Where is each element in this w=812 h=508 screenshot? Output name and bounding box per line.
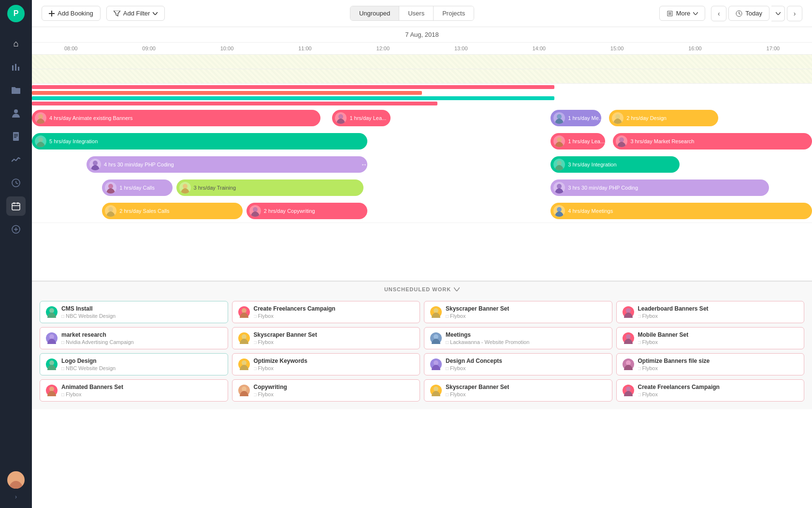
time-1000: 10:00 bbox=[188, 45, 266, 51]
task-copywriting[interactable]: 2 hrs/day Copywriting bbox=[246, 203, 367, 219]
unscheduled-item-meetings[interactable]: Meetings □ Lackawanna - Website Promotio… bbox=[424, 327, 612, 349]
unscheduled-header[interactable]: UNSCHEDULED WORK bbox=[32, 282, 812, 297]
sidebar-item-clock[interactable] bbox=[6, 173, 26, 193]
svg-point-46 bbox=[242, 360, 246, 365]
svg-rect-4 bbox=[13, 132, 19, 141]
capacity-bar-red-3 bbox=[32, 102, 437, 105]
svg-line-10 bbox=[16, 183, 18, 184]
task-lea-2[interactable]: 1 hrs/day Lea... bbox=[551, 133, 605, 149]
svg-point-44 bbox=[626, 334, 631, 339]
unscheduled-item-create-freelancers-2[interactable]: Create Freelancers Campaign □ Flybox bbox=[616, 379, 805, 402]
add-filter-button[interactable]: Add Filter bbox=[106, 6, 165, 21]
capacity-bar-red-1 bbox=[32, 85, 554, 89]
svg-point-26 bbox=[38, 137, 43, 142]
unscheduled-item-optimize-banners[interactable]: Optimize Banners file size □ Flybox bbox=[616, 353, 805, 375]
svg-point-29 bbox=[93, 161, 98, 165]
svg-point-28 bbox=[619, 137, 624, 142]
unscheduled-item-skyscraper-1[interactable]: Skyscraper Banner Set □ Flybox bbox=[424, 301, 612, 323]
bar-row-1 bbox=[32, 85, 812, 90]
sidebar-item-folder[interactable] bbox=[6, 80, 26, 100]
tab-projects[interactable]: Projects bbox=[434, 6, 474, 20]
sidebar-item-invoice[interactable] bbox=[6, 127, 26, 146]
svg-rect-0 bbox=[12, 65, 14, 71]
date-header: 7 Aug, 2018 bbox=[32, 27, 812, 43]
more-button[interactable]: More bbox=[659, 6, 706, 21]
svg-point-18 bbox=[12, 474, 20, 482]
unscheduled-item-skyscraper-3[interactable]: Skyscraper Banner Set □ Flybox bbox=[424, 379, 612, 402]
hatch-row-1 bbox=[32, 55, 812, 69]
nav-prev-button[interactable]: ‹ bbox=[711, 6, 726, 21]
task-php-coding-1[interactable]: 4 hrs 30 min/day PHP Coding ↔ bbox=[87, 156, 367, 173]
svg-point-36 bbox=[557, 207, 562, 212]
add-booking-button[interactable]: Add Booking bbox=[42, 6, 101, 21]
sidebar-item-person[interactable] bbox=[6, 104, 26, 123]
svg-point-33 bbox=[557, 184, 562, 189]
today-dropdown-button[interactable] bbox=[771, 6, 785, 21]
user-avatar[interactable] bbox=[7, 471, 25, 489]
unscheduled-item-create-freelancers[interactable]: Create Freelancers Campaign □ Flybox bbox=[232, 301, 420, 323]
tab-users[interactable]: Users bbox=[399, 6, 434, 20]
task-calls[interactable]: 1 hrs/day Calls bbox=[102, 179, 172, 196]
svg-point-52 bbox=[626, 387, 631, 391]
unscheduled-item-optimize-keywords[interactable]: Optimize Keywords □ Flybox bbox=[232, 353, 420, 375]
svg-point-31 bbox=[108, 184, 113, 189]
sidebar: P ⌂ › bbox=[0, 0, 32, 508]
unscheduled-item-mobile-banner[interactable]: Mobile Banner Set □ Flybox bbox=[616, 327, 805, 349]
unscheduled-item-leaderboard[interactable]: Leaderboard Banners Set □ Flybox bbox=[616, 301, 805, 323]
sidebar-collapse-icon[interactable]: › bbox=[15, 493, 17, 500]
bar-row-2 bbox=[32, 90, 812, 95]
tab-ungrouped[interactable]: Ungrouped bbox=[350, 6, 399, 20]
sidebar-item-analytics[interactable] bbox=[6, 57, 26, 76]
svg-point-27 bbox=[557, 137, 562, 142]
task-php-coding-2[interactable]: 3 hrs 30 min/day PHP Coding bbox=[551, 179, 769, 196]
resize-handle[interactable]: ↔ bbox=[361, 156, 367, 173]
unscheduled-item-copywriting[interactable]: Copywriting □ Flybox bbox=[232, 379, 420, 402]
svg-point-47 bbox=[434, 360, 438, 365]
calendar-area: 7 Aug, 2018 08:00 09:00 10:00 11:00 12:0… bbox=[32, 27, 812, 508]
main-content: Add Booking Add Filter Ungrouped Users P… bbox=[32, 0, 812, 508]
task-market-research[interactable]: 3 hrs/day Market Research bbox=[613, 133, 812, 149]
svg-rect-6 bbox=[14, 135, 18, 136]
time-1100: 11:00 bbox=[266, 45, 344, 51]
time-0800: 08:00 bbox=[32, 45, 110, 51]
sidebar-item-home[interactable]: ⌂ bbox=[6, 34, 26, 53]
svg-point-49 bbox=[49, 387, 54, 391]
sidebar-item-chart[interactable] bbox=[6, 150, 26, 169]
unscheduled-item-skyscraper-2[interactable]: Skyscraper Banner Set □ Flybox bbox=[232, 327, 420, 349]
unscheduled-item-cms-install[interactable]: CMS Install □ NBC Website Design bbox=[40, 301, 228, 323]
task-integration-1[interactable]: 5 hrs/day Integration bbox=[32, 133, 367, 149]
app-logo[interactable]: P bbox=[7, 5, 25, 22]
svg-point-41 bbox=[49, 334, 54, 339]
nav-next-button[interactable]: › bbox=[787, 6, 802, 21]
task-lea-1[interactable]: 1 hrs/day Lea... bbox=[332, 110, 391, 126]
svg-point-39 bbox=[434, 308, 438, 313]
task-me-1[interactable]: 1 hrs/day Me... bbox=[551, 110, 601, 126]
task-integration-2[interactable]: 3 hrs/day Integration bbox=[551, 156, 679, 173]
task-meetings[interactable]: 4 hrs/day Meetings bbox=[551, 203, 812, 219]
bar-row-3 bbox=[32, 96, 812, 101]
unscheduled-item-design-ad[interactable]: Design Ad Concepts □ Flybox bbox=[424, 353, 612, 375]
task-row-0: 4 hrs/day Animate existing Banners 1 hrs… bbox=[32, 106, 812, 130]
time-1500: 15:00 bbox=[578, 45, 656, 51]
svg-rect-5 bbox=[14, 134, 18, 135]
svg-point-50 bbox=[242, 387, 246, 391]
task-row-1: 5 hrs/day Integration 1 hrs/day Lea... bbox=[32, 130, 812, 153]
task-training[interactable]: 3 hrs/day Training bbox=[176, 179, 363, 196]
svg-rect-2 bbox=[18, 67, 19, 71]
sidebar-item-calendar[interactable] bbox=[6, 196, 26, 216]
unscheduled-item-market-research[interactable]: market research □ Nvidia Advertising Cam… bbox=[40, 327, 228, 349]
unscheduled-item-logo-design[interactable]: Logo Design □ NBC Website Design bbox=[40, 353, 228, 375]
task-design[interactable]: 2 hrs/day Design bbox=[609, 110, 718, 126]
svg-point-32 bbox=[183, 184, 188, 189]
task-animate-banners[interactable]: 4 hrs/day Animate existing Banners bbox=[32, 110, 320, 126]
unscheduled-item-animated-banners[interactable]: Animated Banners Set □ Flybox bbox=[40, 379, 228, 402]
svg-point-37 bbox=[49, 308, 54, 313]
svg-point-35 bbox=[253, 207, 258, 212]
today-button[interactable]: Today bbox=[728, 6, 769, 21]
unscheduled-grid: CMS Install □ NBC Website Design Cr bbox=[32, 297, 812, 409]
svg-point-38 bbox=[242, 308, 246, 313]
task-row-4: 2 hrs/day Sales Calls 2 hrs/day Copywrit… bbox=[32, 199, 812, 223]
svg-point-34 bbox=[108, 207, 113, 212]
task-sales-calls[interactable]: 2 hrs/day Sales Calls bbox=[102, 203, 243, 219]
sidebar-item-add[interactable] bbox=[6, 220, 26, 239]
